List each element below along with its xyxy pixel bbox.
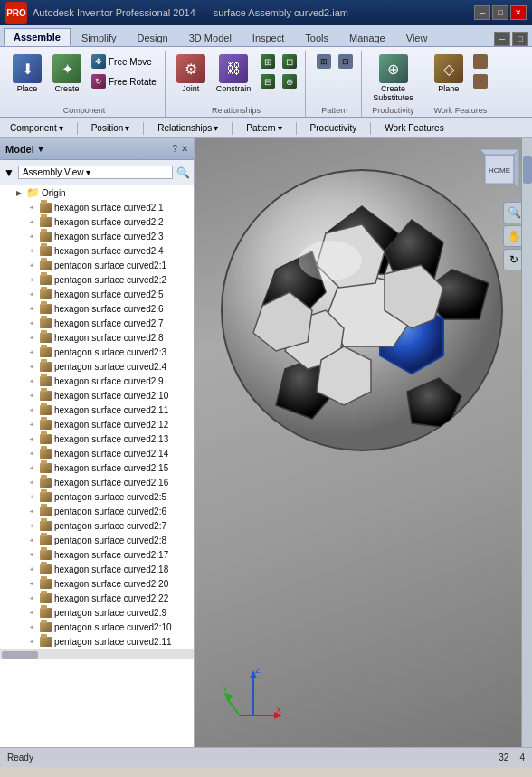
tree-toggle-12[interactable]: + <box>25 374 38 387</box>
tree-toggle-7[interactable]: + <box>25 302 38 315</box>
model-panel-close[interactable]: ✕ <box>181 144 188 154</box>
constrain-button[interactable]: ⛓ Constrain <box>213 52 255 95</box>
tree-item-14[interactable]: + hexagon surface curved2:11 <box>0 403 194 417</box>
tree-item-21[interactable]: + pentagon surface curved2:6 <box>0 504 194 518</box>
tree-item-22[interactable]: + pentagon surface curved2:7 <box>0 518 194 533</box>
tree-toggle-11[interactable]: + <box>25 360 38 373</box>
tree-item-0[interactable]: + hexagon surface curved2:1 <box>0 200 194 214</box>
tree-toggle-19[interactable]: + <box>25 476 38 488</box>
tree-item-7[interactable]: + hexagon surface curved2:6 <box>0 301 194 316</box>
create-button[interactable]: ✦ Create <box>49 52 85 95</box>
tree-toggle-28[interactable]: + <box>25 606 38 619</box>
tree-item-5[interactable]: + pentagon surface curved2:2 <box>0 272 194 287</box>
tree-toggle-13[interactable]: + <box>25 389 38 402</box>
wf-btn-2[interactable]: · <box>470 72 490 90</box>
tree-item-3[interactable]: + hexagon surface curved2:4 <box>0 243 194 258</box>
tree-toggle-20[interactable]: + <box>25 490 38 503</box>
tab-manage[interactable]: Manage <box>339 29 395 46</box>
tree-item-29[interactable]: + pentagon surface curved2:10 <box>0 620 194 634</box>
tree-toggle-29[interactable]: + <box>25 621 38 633</box>
hscroll-thumb[interactable] <box>2 651 38 659</box>
tree-toggle-26[interactable]: + <box>25 577 38 590</box>
tree-item-12[interactable]: + hexagon surface curved2:9 <box>0 374 194 388</box>
tree-item-25[interactable]: + hexagon surface curved2:18 <box>0 562 194 576</box>
tree-item-19[interactable]: + hexagon surface curved2:16 <box>0 475 194 489</box>
tree-toggle-25[interactable]: + <box>25 563 38 575</box>
close-button[interactable]: ✕ <box>510 5 527 20</box>
tree-hscroll[interactable] <box>0 649 194 659</box>
tree-toggle-5[interactable]: + <box>25 273 38 286</box>
ribbon-min-button[interactable]: ─ <box>494 32 510 46</box>
tree-toggle-21[interactable]: + <box>25 505 38 517</box>
tree-toggle-0[interactable]: + <box>25 201 38 213</box>
tree-item-30[interactable]: + pentagon surface curved2:11 <box>0 634 194 649</box>
place-button[interactable]: ⬇ Place <box>9 52 45 95</box>
ribbon-expand-button[interactable]: □ <box>512 32 528 46</box>
filter-icon[interactable]: ▼ <box>4 166 14 179</box>
tree-item-13[interactable]: + hexagon surface curved2:10 <box>0 388 194 403</box>
tree-toggle-3[interactable]: + <box>25 244 38 257</box>
minimize-button[interactable]: ─ <box>474 5 490 20</box>
tree-toggle-16[interactable]: + <box>25 432 38 445</box>
tree-item-24[interactable]: + hexagon surface curved2:17 <box>0 547 194 562</box>
tree-toggle-8[interactable]: + <box>25 317 38 329</box>
tree-item-15[interactable]: + hexagon surface curved2:12 <box>0 417 194 431</box>
tree-item-16[interactable]: + hexagon surface curved2:13 <box>0 431 194 446</box>
tree-item-28[interactable]: + pentagon surface curved2:9 <box>0 605 194 620</box>
pattern-btn-4[interactable]: ⊕ <box>280 72 299 90</box>
tree-toggle-18[interactable]: + <box>25 461 38 474</box>
tree-item-origin[interactable]: ▶ 📁 Origin <box>0 185 194 200</box>
tree-toggle-6[interactable]: + <box>25 288 38 300</box>
tree-toggle-1[interactable]: + <box>25 215 38 228</box>
maximize-button[interactable]: □ <box>492 5 508 20</box>
tab-inspect[interactable]: Inspect <box>242 29 294 46</box>
sub-relationships[interactable]: Relationships ▾ <box>151 120 224 136</box>
tree-toggle-23[interactable]: + <box>25 534 38 546</box>
tab-assemble[interactable]: Assemble <box>4 28 71 46</box>
tree-item-10[interactable]: + pentagon surface curved2:3 <box>0 345 194 359</box>
pat-b[interactable]: ⊟ <box>336 52 356 71</box>
joint-button[interactable]: ⚙ Joint <box>173 52 209 95</box>
v-scrollbar[interactable] <box>521 138 532 747</box>
tree-item-6[interactable]: + hexagon surface curved2:5 <box>0 287 194 301</box>
tree-toggle-27[interactable]: + <box>25 592 38 604</box>
tree-item-8[interactable]: + hexagon surface curved2:7 <box>0 316 194 330</box>
tree-item-2[interactable]: + hexagon surface curved2:3 <box>0 229 194 243</box>
tree-toggle-14[interactable]: + <box>25 403 38 416</box>
plane-button[interactable]: ◇ Plane <box>431 52 467 95</box>
model-panel-help[interactable]: ? <box>172 144 177 154</box>
tree-toggle-22[interactable]: + <box>25 519 38 532</box>
tree-toggle-30[interactable]: + <box>25 635 38 648</box>
tab-3dmodel[interactable]: 3D Model <box>179 29 242 46</box>
tree-item-17[interactable]: + hexagon surface curved2:14 <box>0 446 194 460</box>
tree-item-1[interactable]: + hexagon surface curved2:2 <box>0 214 194 229</box>
tree-item-9[interactable]: + hexagon surface curved2:8 <box>0 330 194 345</box>
tree-toggle-24[interactable]: + <box>25 548 38 561</box>
sub-pattern[interactable]: Pattern ▾ <box>240 120 288 136</box>
viewport[interactable]: HOME 🔍 ✋ ↻ Z X <box>195 138 532 747</box>
tree-item-23[interactable]: + pentagon surface curved2:8 <box>0 533 194 547</box>
sub-productivity[interactable]: Productivity <box>304 120 364 136</box>
pat-a[interactable]: ⊞ <box>314 52 334 71</box>
free-rotate-button[interactable]: ↻ Free Rotate <box>89 72 159 90</box>
view-cube[interactable]: HOME <box>476 146 523 193</box>
tree-item-20[interactable]: + pentagon surface curved2:5 <box>0 489 194 504</box>
v-scroll-thumb[interactable] <box>523 156 532 184</box>
tree-toggle-2[interactable]: + <box>25 230 38 242</box>
pattern-btn-1[interactable]: ⊞ <box>258 52 278 71</box>
tab-design[interactable]: Design <box>128 29 178 46</box>
sub-component[interactable]: Component ▾ <box>4 120 70 136</box>
tree-toggle-15[interactable]: + <box>25 418 38 431</box>
free-move-button[interactable]: ✥ Free Move <box>89 52 159 71</box>
tree-item-27[interactable]: + hexagon surface curved2:22 <box>0 591 194 605</box>
tree-item-11[interactable]: + pentagon surface curved2:4 <box>0 359 194 374</box>
tree-item-4[interactable]: + pentagon surface curved2:1 <box>0 258 194 272</box>
tree-item-18[interactable]: + hexagon surface curved2:15 <box>0 460 194 475</box>
pattern-btn-2[interactable]: ⊡ <box>280 52 299 71</box>
tree-toggle-9[interactable]: + <box>25 331 38 344</box>
create-substitutes-button[interactable]: ⊕ CreateSubstitutes <box>369 52 417 104</box>
sub-position[interactable]: Position ▾ <box>85 120 137 136</box>
sub-work-features[interactable]: Work Features <box>378 120 450 136</box>
tree-toggle-17[interactable]: + <box>25 447 38 460</box>
tree-toggle-origin[interactable]: ▶ <box>13 186 25 199</box>
